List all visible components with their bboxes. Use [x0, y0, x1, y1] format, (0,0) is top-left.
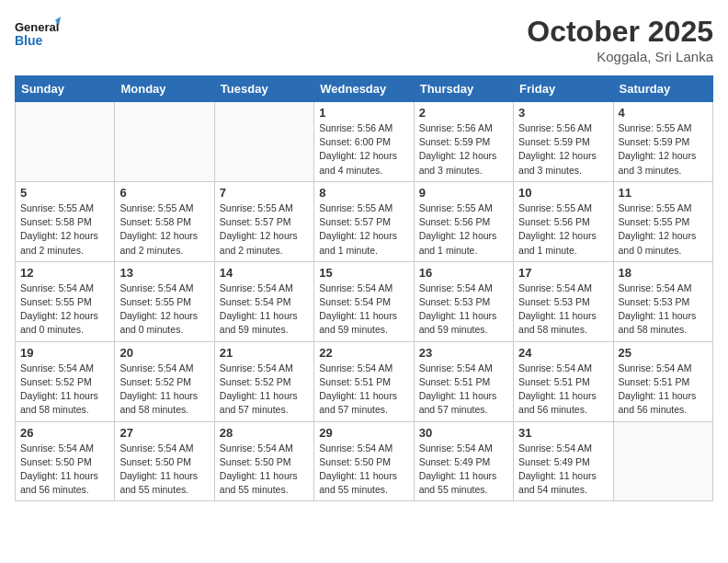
day-number: 7	[220, 186, 309, 200]
calendar-cell: 3Sunrise: 5:56 AM Sunset: 5:59 PM Daylig…	[514, 102, 613, 182]
day-detail: Sunrise: 5:54 AM Sunset: 5:50 PM Dayligh…	[220, 442, 309, 498]
day-detail: Sunrise: 5:54 AM Sunset: 5:50 PM Dayligh…	[119, 442, 209, 498]
day-number: 30	[419, 426, 508, 440]
weekday-header-wednesday: Wednesday	[314, 76, 414, 102]
calendar-cell: 2Sunrise: 5:56 AM Sunset: 5:59 PM Daylig…	[414, 102, 513, 182]
svg-text:General: General	[15, 20, 59, 34]
calendar-cell: 17Sunrise: 5:54 AM Sunset: 5:53 PM Dayli…	[514, 261, 613, 341]
day-detail: Sunrise: 5:55 AM Sunset: 5:58 PM Dayligh…	[119, 201, 209, 258]
day-number: 10	[518, 186, 608, 200]
day-number: 25	[619, 346, 708, 360]
calendar-cell: 21Sunrise: 5:54 AM Sunset: 5:52 PM Dayli…	[214, 341, 313, 421]
day-number: 16	[419, 266, 508, 280]
calendar-cell: 16Sunrise: 5:54 AM Sunset: 5:53 PM Dayli…	[414, 261, 513, 341]
page-header: General Blue October 2025 Koggala, Sri L…	[15, 15, 713, 64]
day-number: 26	[20, 426, 109, 440]
day-detail: Sunrise: 5:54 AM Sunset: 5:53 PM Dayligh…	[419, 282, 508, 338]
title-block: October 2025 Koggala, Sri Lanka	[527, 15, 713, 64]
weekday-header-friday: Friday	[514, 76, 613, 102]
day-detail: Sunrise: 5:56 AM Sunset: 6:00 PM Dayligh…	[319, 121, 408, 178]
calendar-cell: 8Sunrise: 5:55 AM Sunset: 5:57 PM Daylig…	[314, 181, 414, 261]
day-detail: Sunrise: 5:55 AM Sunset: 5:58 PM Dayligh…	[20, 201, 109, 258]
calendar-cell	[16, 102, 115, 182]
day-number: 23	[419, 346, 508, 360]
calendar-cell: 11Sunrise: 5:55 AM Sunset: 5:55 PM Dayli…	[613, 181, 712, 261]
day-number: 1	[319, 106, 408, 120]
day-detail: Sunrise: 5:54 AM Sunset: 5:50 PM Dayligh…	[20, 442, 109, 498]
day-number: 20	[119, 346, 209, 360]
day-detail: Sunrise: 5:54 AM Sunset: 5:52 PM Dayligh…	[20, 362, 109, 418]
weekday-header-monday: Monday	[115, 76, 214, 102]
day-detail: Sunrise: 5:54 AM Sunset: 5:50 PM Dayligh…	[319, 442, 408, 498]
calendar-cell: 24Sunrise: 5:54 AM Sunset: 5:51 PM Dayli…	[514, 341, 613, 421]
calendar-cell: 19Sunrise: 5:54 AM Sunset: 5:52 PM Dayli…	[16, 341, 115, 421]
day-number: 11	[619, 186, 708, 200]
day-detail: Sunrise: 5:55 AM Sunset: 5:59 PM Dayligh…	[619, 121, 708, 178]
calendar-cell: 13Sunrise: 5:54 AM Sunset: 5:55 PM Dayli…	[115, 261, 214, 341]
day-detail: Sunrise: 5:54 AM Sunset: 5:51 PM Dayligh…	[518, 362, 608, 418]
calendar-cell: 9Sunrise: 5:55 AM Sunset: 5:56 PM Daylig…	[414, 181, 513, 261]
calendar-cell: 28Sunrise: 5:54 AM Sunset: 5:50 PM Dayli…	[214, 421, 313, 501]
calendar-cell	[613, 421, 712, 501]
day-number: 21	[220, 346, 309, 360]
weekday-header-thursday: Thursday	[414, 76, 513, 102]
calendar-cell: 12Sunrise: 5:54 AM Sunset: 5:55 PM Dayli…	[16, 261, 115, 341]
calendar-cell: 10Sunrise: 5:55 AM Sunset: 5:56 PM Dayli…	[514, 181, 613, 261]
day-detail: Sunrise: 5:54 AM Sunset: 5:53 PM Dayligh…	[518, 282, 608, 338]
day-number: 31	[518, 426, 608, 440]
day-number: 8	[319, 186, 408, 200]
day-number: 15	[319, 266, 408, 280]
weekday-header-tuesday: Tuesday	[214, 76, 313, 102]
day-detail: Sunrise: 5:54 AM Sunset: 5:55 PM Dayligh…	[119, 282, 209, 338]
day-detail: Sunrise: 5:54 AM Sunset: 5:55 PM Dayligh…	[20, 282, 109, 338]
calendar-table: SundayMondayTuesdayWednesdayThursdayFrid…	[15, 75, 713, 501]
day-number: 3	[518, 106, 608, 120]
day-detail: Sunrise: 5:55 AM Sunset: 5:56 PM Dayligh…	[518, 201, 608, 258]
day-detail: Sunrise: 5:54 AM Sunset: 5:52 PM Dayligh…	[220, 362, 309, 418]
day-detail: Sunrise: 5:55 AM Sunset: 5:56 PM Dayligh…	[419, 201, 508, 258]
day-detail: Sunrise: 5:54 AM Sunset: 5:51 PM Dayligh…	[619, 362, 708, 418]
calendar-cell: 27Sunrise: 5:54 AM Sunset: 5:50 PM Dayli…	[115, 421, 214, 501]
day-detail: Sunrise: 5:54 AM Sunset: 5:49 PM Dayligh…	[518, 442, 608, 498]
day-detail: Sunrise: 5:56 AM Sunset: 5:59 PM Dayligh…	[419, 121, 508, 178]
day-detail: Sunrise: 5:56 AM Sunset: 5:59 PM Dayligh…	[518, 121, 608, 178]
day-number: 2	[419, 106, 508, 120]
day-number: 17	[518, 266, 608, 280]
day-number: 5	[20, 186, 109, 200]
calendar-cell: 1Sunrise: 5:56 AM Sunset: 6:00 PM Daylig…	[314, 102, 414, 182]
day-detail: Sunrise: 5:54 AM Sunset: 5:54 PM Dayligh…	[220, 282, 309, 338]
day-number: 4	[619, 106, 708, 120]
calendar-cell: 7Sunrise: 5:55 AM Sunset: 5:57 PM Daylig…	[214, 181, 313, 261]
day-detail: Sunrise: 5:54 AM Sunset: 5:51 PM Dayligh…	[319, 362, 408, 418]
calendar-cell: 4Sunrise: 5:55 AM Sunset: 5:59 PM Daylig…	[613, 102, 712, 182]
day-number: 28	[220, 426, 309, 440]
day-number: 9	[419, 186, 508, 200]
calendar-cell: 6Sunrise: 5:55 AM Sunset: 5:58 PM Daylig…	[115, 181, 214, 261]
calendar-cell: 26Sunrise: 5:54 AM Sunset: 5:50 PM Dayli…	[16, 421, 115, 501]
calendar-cell: 30Sunrise: 5:54 AM Sunset: 5:49 PM Dayli…	[414, 421, 513, 501]
day-number: 13	[119, 266, 209, 280]
calendar-cell: 5Sunrise: 5:55 AM Sunset: 5:58 PM Daylig…	[16, 181, 115, 261]
day-detail: Sunrise: 5:54 AM Sunset: 5:49 PM Dayligh…	[419, 442, 508, 498]
logo-svg: General Blue	[15, 15, 61, 55]
day-detail: Sunrise: 5:55 AM Sunset: 5:57 PM Dayligh…	[319, 201, 408, 258]
calendar-cell	[214, 102, 313, 182]
calendar-cell	[115, 102, 214, 182]
day-detail: Sunrise: 5:54 AM Sunset: 5:54 PM Dayligh…	[319, 282, 408, 338]
weekday-header-saturday: Saturday	[613, 76, 712, 102]
day-number: 12	[20, 266, 109, 280]
day-number: 24	[518, 346, 608, 360]
logo: General Blue	[15, 15, 61, 55]
calendar-cell: 22Sunrise: 5:54 AM Sunset: 5:51 PM Dayli…	[314, 341, 414, 421]
day-number: 14	[220, 266, 309, 280]
day-detail: Sunrise: 5:55 AM Sunset: 5:57 PM Dayligh…	[220, 201, 309, 258]
weekday-header-sunday: Sunday	[16, 76, 115, 102]
calendar-cell: 29Sunrise: 5:54 AM Sunset: 5:50 PM Dayli…	[314, 421, 414, 501]
month-title: October 2025	[527, 15, 713, 49]
day-detail: Sunrise: 5:54 AM Sunset: 5:53 PM Dayligh…	[619, 282, 708, 338]
calendar-cell: 15Sunrise: 5:54 AM Sunset: 5:54 PM Dayli…	[314, 261, 414, 341]
svg-text:Blue: Blue	[15, 33, 43, 48]
day-number: 27	[119, 426, 209, 440]
day-number: 22	[319, 346, 408, 360]
calendar-cell: 14Sunrise: 5:54 AM Sunset: 5:54 PM Dayli…	[214, 261, 313, 341]
